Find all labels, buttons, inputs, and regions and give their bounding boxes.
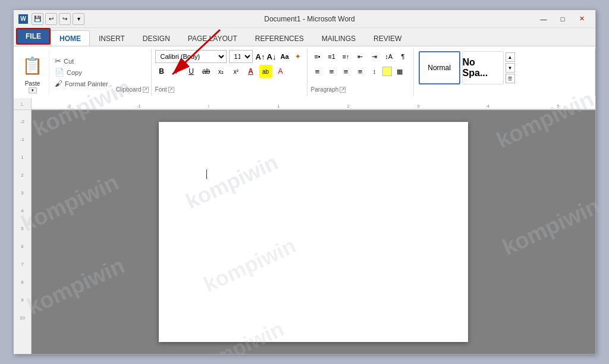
clear-format-button[interactable]: ✦ [293, 51, 303, 62]
superscript-button[interactable]: x² [230, 65, 243, 78]
subscript-button[interactable]: x₂ [215, 65, 228, 78]
paste-icon: 📋 [22, 58, 43, 74]
italic-button[interactable]: I [170, 65, 183, 78]
font-shrink-button[interactable]: A↓ [266, 51, 277, 62]
decrease-indent-button[interactable]: ⇤ [354, 50, 367, 63]
watermark-page-1: kompiwin [182, 150, 282, 214]
watermark-page-3: kompiwin [188, 316, 288, 354]
ruler-marks: -2 -1 ↕ 1 2 3 4 5 [32, 98, 595, 109]
watermark-left-2: kompiwin [32, 170, 123, 237]
style-normal[interactable]: Normal [419, 51, 460, 84]
text-color-button[interactable]: A [244, 65, 258, 78]
ruler-mark: 3 [384, 103, 454, 109]
copy-button[interactable]: 📄 Copy [53, 67, 110, 77]
maximize-button[interactable]: □ [554, 13, 572, 25]
paragraph-group-label: Paragraph ↗ [311, 86, 410, 95]
align-right-button[interactable]: ≡ [340, 65, 353, 78]
ruler-mark: 2 [313, 103, 384, 109]
para-row1: ≡• ≡1 ≡↑ ⇤ ⇥ ↕A ¶ [311, 50, 410, 63]
paragraph-expander[interactable]: ↗ [340, 87, 346, 93]
tab-insert[interactable]: INSERT [90, 30, 134, 46]
tab-page-layout[interactable]: PAGE LAYOUT [179, 30, 246, 46]
styles-more-button[interactable]: ☰ [506, 74, 515, 83]
tab-file[interactable]: FILE [16, 28, 51, 45]
ruler-mark: -2 [34, 103, 104, 109]
paragraph-group: ≡• ≡1 ≡↑ ⇤ ⇥ ↕A ¶ ≡ ≡ ≡ ≡ ↕ ▦ Paragraph … [307, 49, 414, 96]
ruler-mark: 5 [523, 103, 594, 109]
v-ruler-mark: 6 [14, 237, 31, 255]
styles-down-button[interactable]: ▼ [506, 63, 515, 73]
cut-button[interactable]: ✂ Cut [53, 56, 110, 66]
v-ruler-mark: 7 [14, 255, 31, 273]
window-title: Document1 - Microsoft Word [88, 15, 531, 23]
bullets-button[interactable]: ≡• [311, 50, 324, 63]
numbering-button[interactable]: ≡1 [325, 50, 338, 63]
watermark-right-1: kompiwin [492, 110, 595, 153]
align-center-button[interactable]: ≡ [325, 65, 338, 78]
clipboard-expander[interactable]: ↗ [143, 87, 149, 93]
minimize-button[interactable]: — [535, 13, 553, 25]
borders-button[interactable]: ▦ [393, 65, 406, 78]
window-controls: — □ ✕ [535, 13, 591, 25]
title-bar: W 💾 ↩ ↪ ▾ Document1 - Microsoft Word — □… [14, 10, 595, 28]
tab-design[interactable]: DESIGN [134, 30, 179, 46]
styles-nav: ▲ ▼ ☰ [506, 51, 520, 84]
undo-button[interactable]: ↩ [45, 13, 57, 25]
font-row1: Calibri (Body) 11 A↑ A↓ Aa ✦ [155, 50, 303, 63]
horizontal-ruler: -2 -1 ↕ 1 2 3 4 5 [32, 98, 595, 109]
strikethrough-button[interactable]: ab [200, 65, 213, 78]
close-button[interactable]: ✕ [573, 13, 591, 25]
para-row2: ≡ ≡ ≡ ≡ ↕ ▦ [311, 65, 410, 78]
document-page[interactable]: kompiwin kompiwin kompiwin [159, 122, 468, 342]
highlight-color-button[interactable]: ab [259, 65, 272, 78]
ruler-mark: ↕ [174, 103, 244, 109]
quick-access-toolbar: 💾 ↩ ↪ ▾ [32, 13, 84, 25]
styles-up-button[interactable]: ▲ [506, 52, 515, 62]
font-group-label: Font ↗ [155, 86, 303, 95]
multilevel-list-button[interactable]: ≡↑ [340, 50, 353, 63]
vertical-ruler: -2 -1 1 2 3 4 5 6 7 8 9 10 [14, 110, 32, 354]
line-spacing-button[interactable]: ↕ [368, 65, 381, 78]
tab-review[interactable]: REVIEW [365, 30, 410, 46]
underline-button[interactable]: U [185, 65, 198, 78]
font-size-buttons: A↑ A↓ [255, 51, 277, 62]
v-ruler-mark: 3 [14, 184, 31, 202]
v-ruler-mark: 8 [14, 273, 31, 291]
paste-dropdown-button[interactable]: ▾ [29, 87, 37, 93]
align-left-button[interactable]: ≡ [311, 65, 324, 78]
format-painter-icon: 🖌 [55, 79, 62, 88]
redo-button[interactable]: ↪ [59, 13, 71, 25]
justify-button[interactable]: ≡ [354, 65, 367, 78]
copy-label: Copy [67, 69, 82, 76]
font-expander[interactable]: ↗ [168, 87, 174, 93]
font-color-button[interactable]: A [274, 65, 287, 78]
format-painter-label: Format Painter [65, 80, 108, 87]
tab-mailings[interactable]: MAILINGS [313, 30, 365, 46]
sort-button[interactable]: ↕A [382, 50, 395, 63]
v-ruler-mark: 4 [14, 202, 31, 219]
app-icon: W [18, 14, 28, 24]
font-grow-button[interactable]: A↑ [255, 51, 266, 62]
increase-indent-button[interactable]: ⇥ [368, 50, 381, 63]
show-hide-button[interactable]: ¶ [397, 50, 410, 63]
format-painter-button[interactable]: 🖌 Format Painter [53, 79, 110, 89]
tab-references[interactable]: REFERENCES [246, 30, 313, 46]
clipboard-group-label: Clipboard ↗ [114, 86, 149, 95]
save-button[interactable]: 💾 [32, 13, 43, 25]
ribbon-content: 📋 Paste ▾ ✂ Cut 📄 Copy 🖌 Format Painter [14, 46, 595, 98]
font-size-select[interactable]: 11 [229, 50, 253, 63]
shading-button[interactable] [382, 67, 392, 76]
paste-button[interactable]: 📋 [18, 51, 46, 80]
ruler-mark: 4 [453, 103, 523, 109]
watermark-left-1: kompiwin [32, 110, 134, 142]
watermark-page-2: kompiwin [200, 233, 300, 297]
v-ruler-mark: -1 [14, 130, 31, 148]
font-family-select[interactable]: Calibri (Body) [155, 50, 227, 63]
tab-home[interactable]: HOME [51, 30, 90, 46]
bold-button[interactable]: B [155, 65, 168, 78]
customize-qat-button[interactable]: ▾ [73, 13, 84, 25]
watermark-right-2: kompiwin [498, 193, 595, 261]
ruler-corner: L [14, 98, 32, 109]
style-heading1[interactable]: No Spa... [462, 51, 504, 84]
change-case-button[interactable]: Aa [280, 51, 290, 62]
